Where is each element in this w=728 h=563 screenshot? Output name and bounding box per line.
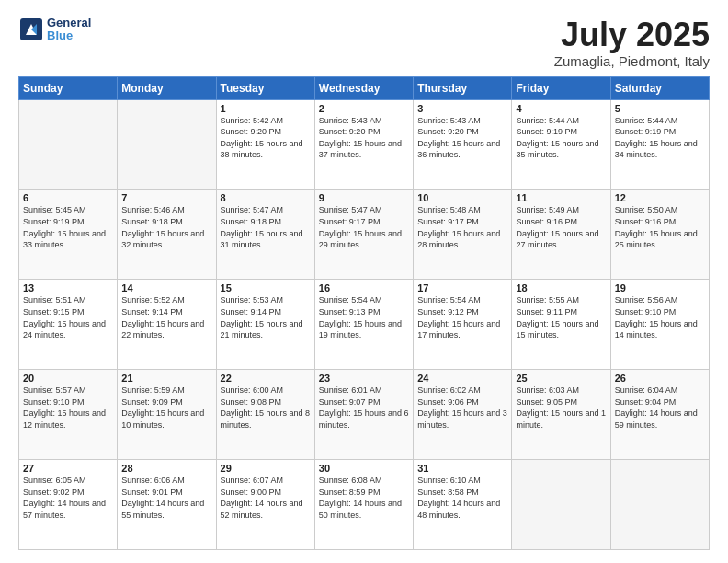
day-number: 22 bbox=[221, 373, 311, 384]
day-number: 23 bbox=[319, 373, 409, 384]
day-info: Sunrise: 5:47 AMSunset: 9:18 PMDaylight:… bbox=[221, 204, 311, 250]
day-info: Sunrise: 5:45 AMSunset: 9:19 PMDaylight:… bbox=[23, 204, 113, 250]
day-cell-13: 13Sunrise: 5:51 AMSunset: 9:15 PMDayligh… bbox=[19, 280, 118, 370]
day-cell-25: 25Sunrise: 6:03 AMSunset: 9:05 PMDayligh… bbox=[512, 370, 610, 460]
weekday-header-friday: Friday bbox=[512, 76, 610, 99]
day-info: Sunrise: 6:00 AMSunset: 9:08 PMDaylight:… bbox=[221, 385, 311, 431]
day-number: 1 bbox=[221, 103, 311, 114]
page: General Blue July 2025 Zumaglia, Piedmon… bbox=[0, 0, 728, 563]
day-cell-15: 15Sunrise: 5:53 AMSunset: 9:14 PMDayligh… bbox=[216, 280, 314, 370]
day-info: Sunrise: 6:06 AMSunset: 9:01 PMDaylight:… bbox=[121, 475, 211, 521]
title-block: July 2025 Zumaglia, Piedmont, Italy bbox=[554, 17, 710, 69]
day-number: 20 bbox=[23, 373, 113, 384]
day-cell-1: 1Sunrise: 5:42 AMSunset: 9:20 PMDaylight… bbox=[216, 99, 314, 190]
day-info: Sunrise: 5:42 AMSunset: 9:20 PMDaylight:… bbox=[221, 115, 311, 161]
empty-cell bbox=[512, 460, 610, 550]
day-info: Sunrise: 5:52 AMSunset: 9:14 PMDaylight:… bbox=[121, 294, 211, 340]
day-number: 16 bbox=[319, 282, 409, 293]
weekday-header-wednesday: Wednesday bbox=[314, 76, 413, 99]
empty-cell bbox=[19, 99, 118, 190]
calendar-row-1: 1Sunrise: 5:42 AMSunset: 9:20 PMDaylight… bbox=[19, 99, 710, 190]
calendar-row-3: 13Sunrise: 5:51 AMSunset: 9:15 PMDayligh… bbox=[19, 280, 710, 370]
day-cell-24: 24Sunrise: 6:02 AMSunset: 9:06 PMDayligh… bbox=[414, 370, 512, 460]
day-cell-14: 14Sunrise: 5:52 AMSunset: 9:14 PMDayligh… bbox=[118, 280, 216, 370]
day-cell-26: 26Sunrise: 6:04 AMSunset: 9:04 PMDayligh… bbox=[610, 370, 709, 460]
empty-cell bbox=[610, 460, 709, 550]
day-cell-3: 3Sunrise: 5:43 AMSunset: 9:20 PMDaylight… bbox=[414, 99, 512, 190]
day-info: Sunrise: 5:51 AMSunset: 9:15 PMDaylight:… bbox=[23, 294, 113, 340]
day-number: 15 bbox=[221, 282, 311, 293]
day-number: 4 bbox=[516, 103, 606, 114]
day-number: 8 bbox=[221, 192, 311, 203]
calendar-table: SundayMondayTuesdayWednesdayThursdayFrid… bbox=[18, 76, 710, 550]
header: General Blue July 2025 Zumaglia, Piedmon… bbox=[18, 17, 710, 69]
day-cell-4: 4Sunrise: 5:44 AMSunset: 9:19 PMDaylight… bbox=[512, 99, 610, 190]
day-cell-22: 22Sunrise: 6:00 AMSunset: 9:08 PMDayligh… bbox=[216, 370, 314, 460]
day-number: 7 bbox=[121, 192, 211, 203]
day-info: Sunrise: 5:48 AMSunset: 9:17 PMDaylight:… bbox=[417, 204, 507, 250]
day-info: Sunrise: 5:54 AMSunset: 9:13 PMDaylight:… bbox=[319, 294, 409, 340]
day-info: Sunrise: 6:05 AMSunset: 9:02 PMDaylight:… bbox=[23, 475, 113, 521]
day-cell-16: 16Sunrise: 5:54 AMSunset: 9:13 PMDayligh… bbox=[314, 280, 413, 370]
weekday-header-tuesday: Tuesday bbox=[216, 76, 314, 99]
weekday-header-saturday: Saturday bbox=[610, 76, 709, 99]
day-number: 24 bbox=[417, 373, 507, 384]
day-info: Sunrise: 5:55 AMSunset: 9:11 PMDaylight:… bbox=[516, 294, 606, 340]
day-number: 12 bbox=[615, 192, 705, 203]
day-info: Sunrise: 5:43 AMSunset: 9:20 PMDaylight:… bbox=[319, 115, 409, 161]
day-info: Sunrise: 5:53 AMSunset: 9:14 PMDaylight:… bbox=[221, 294, 311, 340]
day-number: 13 bbox=[23, 282, 113, 293]
day-cell-18: 18Sunrise: 5:55 AMSunset: 9:11 PMDayligh… bbox=[512, 280, 610, 370]
day-number: 29 bbox=[221, 463, 311, 474]
day-number: 26 bbox=[615, 373, 705, 384]
day-info: Sunrise: 6:08 AMSunset: 8:59 PMDaylight:… bbox=[319, 475, 409, 521]
calendar-header-row: SundayMondayTuesdayWednesdayThursdayFrid… bbox=[19, 76, 710, 99]
day-cell-30: 30Sunrise: 6:08 AMSunset: 8:59 PMDayligh… bbox=[314, 460, 413, 550]
day-info: Sunrise: 6:03 AMSunset: 9:05 PMDaylight:… bbox=[516, 385, 606, 431]
day-number: 21 bbox=[121, 373, 211, 384]
day-number: 28 bbox=[121, 463, 211, 474]
day-cell-5: 5Sunrise: 5:44 AMSunset: 9:19 PMDaylight… bbox=[610, 99, 709, 190]
day-cell-8: 8Sunrise: 5:47 AMSunset: 9:18 PMDaylight… bbox=[216, 190, 314, 280]
day-info: Sunrise: 5:49 AMSunset: 9:16 PMDaylight:… bbox=[516, 204, 606, 250]
day-cell-7: 7Sunrise: 5:46 AMSunset: 9:18 PMDaylight… bbox=[118, 190, 216, 280]
logo-text: General Blue bbox=[47, 17, 91, 43]
day-info: Sunrise: 6:01 AMSunset: 9:07 PMDaylight:… bbox=[319, 385, 409, 431]
day-info: Sunrise: 5:43 AMSunset: 9:20 PMDaylight:… bbox=[417, 115, 507, 161]
day-cell-19: 19Sunrise: 5:56 AMSunset: 9:10 PMDayligh… bbox=[610, 280, 709, 370]
day-number: 11 bbox=[516, 192, 606, 203]
day-cell-28: 28Sunrise: 6:06 AMSunset: 9:01 PMDayligh… bbox=[118, 460, 216, 550]
day-number: 14 bbox=[121, 282, 211, 293]
day-info: Sunrise: 5:57 AMSunset: 9:10 PMDaylight:… bbox=[23, 385, 113, 431]
calendar-row-5: 27Sunrise: 6:05 AMSunset: 9:02 PMDayligh… bbox=[19, 460, 710, 550]
day-number: 30 bbox=[319, 463, 409, 474]
day-number: 18 bbox=[516, 282, 606, 293]
day-cell-2: 2Sunrise: 5:43 AMSunset: 9:20 PMDaylight… bbox=[314, 99, 413, 190]
day-cell-12: 12Sunrise: 5:50 AMSunset: 9:16 PMDayligh… bbox=[610, 190, 709, 280]
day-cell-9: 9Sunrise: 5:47 AMSunset: 9:17 PMDaylight… bbox=[314, 190, 413, 280]
weekday-header-monday: Monday bbox=[118, 76, 216, 99]
day-info: Sunrise: 6:10 AMSunset: 8:58 PMDaylight:… bbox=[417, 475, 507, 521]
main-title: July 2025 bbox=[554, 17, 710, 53]
day-cell-10: 10Sunrise: 5:48 AMSunset: 9:17 PMDayligh… bbox=[414, 190, 512, 280]
day-cell-17: 17Sunrise: 5:54 AMSunset: 9:12 PMDayligh… bbox=[414, 280, 512, 370]
day-number: 5 bbox=[615, 103, 705, 114]
day-number: 10 bbox=[417, 192, 507, 203]
day-number: 9 bbox=[319, 192, 409, 203]
calendar-row-2: 6Sunrise: 5:45 AMSunset: 9:19 PMDaylight… bbox=[19, 190, 710, 280]
day-number: 19 bbox=[615, 282, 705, 293]
day-cell-29: 29Sunrise: 6:07 AMSunset: 9:00 PMDayligh… bbox=[216, 460, 314, 550]
day-number: 27 bbox=[23, 463, 113, 474]
day-info: Sunrise: 5:56 AMSunset: 9:10 PMDaylight:… bbox=[615, 294, 705, 340]
subtitle: Zumaglia, Piedmont, Italy bbox=[554, 53, 710, 69]
day-info: Sunrise: 5:44 AMSunset: 9:19 PMDaylight:… bbox=[615, 115, 705, 161]
day-number: 25 bbox=[516, 373, 606, 384]
logo-icon bbox=[18, 17, 44, 42]
day-number: 31 bbox=[417, 463, 507, 474]
day-cell-27: 27Sunrise: 6:05 AMSunset: 9:02 PMDayligh… bbox=[19, 460, 118, 550]
day-cell-23: 23Sunrise: 6:01 AMSunset: 9:07 PMDayligh… bbox=[314, 370, 413, 460]
day-number: 2 bbox=[319, 103, 409, 114]
day-info: Sunrise: 5:44 AMSunset: 9:19 PMDaylight:… bbox=[516, 115, 606, 161]
day-info: Sunrise: 6:02 AMSunset: 9:06 PMDaylight:… bbox=[417, 385, 507, 431]
day-number: 17 bbox=[417, 282, 507, 293]
